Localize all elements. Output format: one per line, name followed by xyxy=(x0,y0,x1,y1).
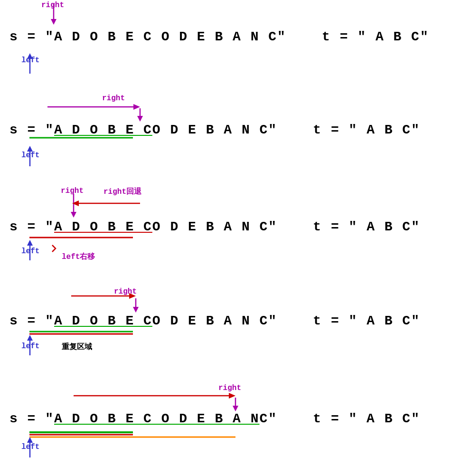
svg-marker-34 xyxy=(27,437,33,443)
svg-marker-29 xyxy=(233,406,238,411)
right-label-3: right xyxy=(61,187,84,195)
code-line-4: s = "A D O B E CO D E B A N C" t = " A B… xyxy=(9,314,420,328)
repeat-zone-label: 重复区域 xyxy=(62,342,92,352)
code-line-2: s = "A D O B E CO D E B A N C" t = " A B… xyxy=(9,123,420,137)
left-label-4: left xyxy=(21,342,39,351)
right-retreat-label: right回退 xyxy=(103,187,141,197)
left-label-3: left xyxy=(21,247,39,256)
right-label-4: right xyxy=(114,287,137,296)
svg-marker-17 xyxy=(27,240,33,246)
svg-marker-21 xyxy=(133,307,139,313)
left-label-2b: left xyxy=(21,151,39,160)
svg-marker-25 xyxy=(27,335,33,341)
right-label-2: right xyxy=(102,94,125,103)
svg-marker-7 xyxy=(137,116,143,122)
main-scene: right s = "A D O B E C O D E B A N C" t … xyxy=(0,0,470,476)
right-label-1: right xyxy=(41,1,64,10)
code-line-1: s = "A D O B E C O D E B A N C" t = " A … xyxy=(9,29,429,44)
svg-marker-1 xyxy=(51,19,56,25)
left-label-2: left xyxy=(21,56,39,65)
code-line-3: s = "A D O B E CO D E B A N C" t = " A B… xyxy=(9,219,420,234)
left-label-5: left xyxy=(21,443,39,451)
arrows-overlay xyxy=(0,0,470,476)
right-label-5: right xyxy=(218,384,241,392)
svg-marker-27 xyxy=(229,393,235,399)
left-move-label: left右移 xyxy=(62,252,95,262)
svg-marker-12 xyxy=(71,212,76,218)
svg-marker-5 xyxy=(133,104,140,110)
svg-marker-14 xyxy=(72,200,79,206)
code-line-5: s = "A D O B E C O D E B A NC" t = " A B… xyxy=(9,411,420,426)
